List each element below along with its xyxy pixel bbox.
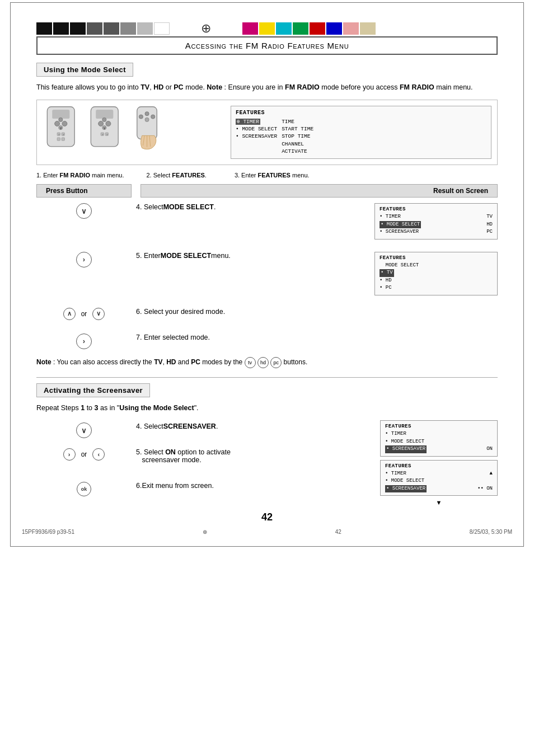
svg-rect-9	[57, 138, 60, 140]
menu-item-timer-selected: ⊕ TIMER	[236, 118, 277, 125]
r-item-hd: • HD	[380, 277, 493, 285]
remote-1: ∨ + +	[43, 106, 82, 151]
bar-darkgray-2	[104, 22, 119, 35]
step4-button-col: ∨	[36, 201, 132, 221]
bar-black-1	[36, 22, 52, 35]
section2-title: Activating the Screensaver	[44, 386, 143, 395]
right-arrow-button-5[interactable]: ›	[76, 252, 92, 267]
remote-2: ∨ + +	[86, 106, 125, 151]
tv-button-icon: tv	[245, 357, 256, 368]
remote-svg-3	[130, 106, 169, 151]
remote-svg-1: ∨ + +	[43, 106, 82, 151]
section1-label: Using the Mode Select	[44, 65, 126, 74]
ss-step-row-6: ok 6.Exit menu from screen.	[36, 480, 369, 500]
menu-sub-activate: ACTIVATE	[282, 148, 313, 155]
ss-r-on-1: ON	[486, 445, 493, 453]
step7-result	[374, 331, 498, 336]
ss-step5-desc: 5. Select ON option to activate screensa…	[132, 446, 369, 466]
ss-r-screensaver-2: • SCREENSAVER •• ON	[385, 485, 493, 493]
r-sub-mode-select: MODE SELECT	[380, 262, 493, 270]
bar-black-3	[70, 22, 86, 35]
svg-text:+: +	[102, 133, 104, 136]
ss-step4-button: ∨	[36, 420, 132, 440]
screensaver-right-screens: FEATURES • TIMER • MODE SELECT • SCREENS…	[380, 420, 498, 506]
r-item-tv-selected: • TV	[380, 269, 493, 277]
ss-r-mode-2: • MODE SELECT	[385, 477, 493, 485]
page-number: 42	[36, 511, 498, 523]
footer-center: 42	[335, 529, 341, 535]
ss-step4-desc: 4. Select SCREENSAVER.	[132, 420, 369, 433]
ss-r-timer-2: • TIMER ▲	[385, 470, 493, 478]
bar-sand	[360, 22, 376, 35]
remote-svg-2: ∨ + +	[86, 106, 125, 151]
section1-intro: This feature allows you to go into TV, H…	[36, 82, 498, 93]
screensaver-left-steps: ∨ 4. Select SCREENSAVER. › or ‹	[36, 420, 369, 506]
ss-r-title-2: FEATURES	[385, 463, 493, 469]
bar-left	[36, 22, 170, 35]
ss-step-row-4: ∨ 4. Select SCREENSAVER.	[36, 420, 369, 440]
section-screensaver: Activating the Screensaver Repeat Steps …	[36, 383, 498, 506]
hd-button-icon: hd	[257, 357, 269, 368]
svg-point-28	[145, 118, 149, 121]
or-text-6: or	[81, 310, 87, 318]
main-title: Accessing the FM Radio Features Menu	[185, 41, 349, 50]
ss-r-selected-1: • SCREENSAVER	[385, 445, 427, 453]
menu-sub-time: TIME	[282, 118, 313, 125]
step7-desc: 7. Enter selected mode.	[132, 331, 374, 344]
up-arrow-button-6[interactable]: ∧	[63, 308, 76, 320]
svg-point-26	[145, 111, 149, 115]
down-arrow-button-4[interactable]: ∨	[76, 203, 92, 219]
r-right-pc: PC	[486, 228, 493, 236]
menu-sub-channel: CHANNEL	[282, 140, 313, 148]
ok-button-ss-6[interactable]: ok	[77, 482, 91, 496]
footer-crosshair: ⊕	[203, 529, 207, 535]
right-arrow-button-7[interactable]: ›	[76, 334, 92, 349]
step-labels-row: 1. Enter FM RADIO main menu. 2. Select F…	[36, 172, 498, 179]
r-title-features-2: FEATURES	[380, 255, 493, 261]
pb-ros-header: Press Button Result on Screen	[36, 184, 498, 198]
press-button-header: Press Button	[36, 184, 132, 198]
r-item-mode-select-selected: • MODE SELECT HD	[380, 221, 493, 229]
ss-step6-button: ok	[36, 480, 132, 499]
ss-star-below: ▼	[380, 499, 498, 506]
section1-title: Using the Mode Select	[36, 63, 133, 77]
bar-right	[242, 22, 376, 35]
ss-step5-button: › or ‹	[36, 446, 132, 463]
bar-red	[310, 22, 325, 35]
svg-rect-1	[52, 110, 69, 119]
ss-r-screensaver-1: • SCREENSAVER ON	[385, 445, 493, 453]
step3-label: 3. Enter FEATURES menu.	[235, 172, 310, 179]
remote-illustrations: ∨ + +	[43, 106, 222, 151]
ss-r-selected-2: • SCREENSAVER	[385, 485, 427, 493]
bar-magenta	[242, 22, 258, 35]
step6-button-col: ∧ or ∨	[36, 306, 132, 322]
main-content: Accessing the FM Radio Features Menu Usi…	[20, 36, 514, 523]
bar-gray-1	[120, 22, 136, 35]
step1-label: 1. Enter FM RADIO main menu.	[36, 172, 124, 179]
left-arrow-ss-5[interactable]: ‹	[92, 448, 105, 461]
ss-step-row-5: › or ‹ 5. Select ON option to activate s…	[36, 446, 369, 474]
step5-button-col: ›	[36, 250, 132, 270]
ss-step6-desc: 6.Exit menu from screen.	[132, 480, 369, 492]
svg-point-25	[139, 115, 143, 119]
section-divider	[36, 377, 498, 378]
step4-result: FEATURES • TIMER TV • MODE SELECT HD • S…	[374, 201, 498, 244]
color-bars-top: ⊕	[20, 21, 514, 36]
svg-text:+: +	[58, 133, 60, 136]
r-item-screensaver: • SCREENSAVER PC	[380, 228, 493, 236]
down-arrow-button-6[interactable]: ∨	[92, 308, 105, 320]
ss-r-right-star-1: ▲	[490, 470, 493, 478]
step-row-6: ∧ or ∨ 6. Select your desired mode.	[36, 306, 498, 326]
svg-text:∨: ∨	[59, 126, 62, 130]
step7-button-col: ›	[36, 331, 132, 351]
svg-point-3	[62, 121, 67, 126]
bar-yellow	[259, 22, 275, 35]
down-arrow-ss-4[interactable]: ∨	[76, 422, 92, 438]
bar-blue	[326, 22, 342, 35]
svg-text:∨: ∨	[103, 126, 106, 130]
bar-black-2	[53, 22, 69, 35]
ss-r-timer-1: • TIMER	[385, 430, 493, 438]
right-arrow-ss-5[interactable]: ›	[63, 448, 76, 461]
features-menu-title: FEATURES	[236, 110, 486, 116]
step6-desc: 6. Select your desired mode.	[132, 306, 374, 318]
